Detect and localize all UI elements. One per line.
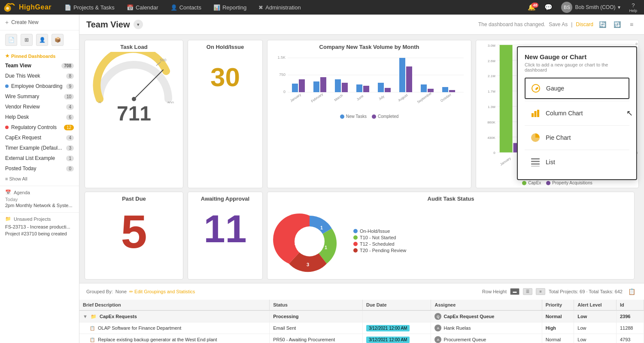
svg-rect-18 xyxy=(335,79,341,92)
sidebar-item-timer[interactable]: Timer Example (Defaul... 3 xyxy=(0,143,79,153)
popup-list-item[interactable]: List xyxy=(525,152,629,172)
regulatory-controls-count: 12 xyxy=(64,125,74,130)
group-alert: Low xyxy=(574,310,617,322)
legend-t12: T12 - Scheduled xyxy=(353,241,406,247)
logo[interactable]: HighGear xyxy=(3,1,52,13)
sidebar-item-capex[interactable]: CapEx Request 4 xyxy=(0,132,79,143)
col-status[interactable]: Status xyxy=(270,300,363,310)
sidebar-item-help-desk[interactable]: Help Desk 6 xyxy=(0,112,79,122)
create-new-label: Create New xyxy=(11,19,38,25)
row-desc: 📋 OLAP Software for Finance Department xyxy=(79,322,270,334)
discard-button[interactable]: Discard xyxy=(576,21,593,27)
audit-donut-title: Audit Task Status xyxy=(267,192,634,204)
create-new-button[interactable]: + Create New xyxy=(0,15,79,30)
new-doc-icon-btn[interactable]: 📄 xyxy=(5,34,17,46)
col-id[interactable]: Id xyxy=(616,300,644,310)
notification-bell[interactable]: 🔔 48 xyxy=(524,3,539,11)
table-row[interactable]: 📋 Replace existing backup generator at t… xyxy=(79,334,644,343)
sidebar-item-wire-summary[interactable]: Wire Summary 10 xyxy=(0,91,79,102)
sidebar-item-vendor-review[interactable]: Vendor Review 4 xyxy=(0,102,79,112)
sidebar-item-due-this-week[interactable]: Due This Week 8 xyxy=(0,71,79,81)
expand-icon[interactable]: ▼ xyxy=(83,314,88,319)
capex-legend-dot xyxy=(522,181,526,185)
refresh-1-button[interactable]: 🔄 xyxy=(597,19,608,30)
agenda-event[interactable]: 2pm Monthly Network & Syste... xyxy=(5,202,74,209)
changed-message: The dashboard has changed. xyxy=(478,21,545,27)
show-all-button[interactable]: ≡ Show All xyxy=(0,174,79,186)
task-load-value: 711 xyxy=(85,100,183,128)
svg-text:0: 0 xyxy=(636,42,638,46)
chat-icon[interactable]: 💬 xyxy=(541,3,556,11)
big-bar-legend: CapEx Property Acquisitions xyxy=(476,179,638,188)
toolbar-right: Row Height ▬ ☰ ≡ Total Projects: 69 · To… xyxy=(482,286,637,297)
projects-icon: 📄 xyxy=(64,4,71,11)
row-assignee-icon: A xyxy=(434,325,441,331)
grouped-by-value: None xyxy=(115,289,127,294)
task-icon: 📋 xyxy=(90,337,95,342)
col-priority[interactable]: Priority xyxy=(542,300,574,310)
title-dropdown-button[interactable]: ▾ xyxy=(134,20,143,29)
svg-text:July: July xyxy=(378,94,385,101)
main-content: Team View ▾ The dashboard has changed. S… xyxy=(79,15,644,343)
sidebar-item-posted-today[interactable]: Posted Today 0 xyxy=(0,163,79,174)
row-height-tall-btn[interactable]: ≡ xyxy=(536,288,545,295)
svg-rect-22 xyxy=(378,83,384,92)
sidebar-item-team-view[interactable]: Team View 708 xyxy=(0,60,79,71)
row-id: 4793 xyxy=(616,334,644,343)
row-height-medium-btn[interactable]: ☰ xyxy=(523,288,532,295)
unsaved-title: 📁 Unsaved Projects xyxy=(5,216,74,222)
new-tasks-legend-label: New Tasks xyxy=(346,114,367,119)
nav-administration[interactable]: ✖ Administration xyxy=(252,0,307,15)
export-button[interactable]: 📋 xyxy=(626,286,637,297)
row-height-label: Row Height xyxy=(482,289,507,294)
svg-rect-27 xyxy=(428,89,434,92)
data-table: Brief Description Status Due Date Assign… xyxy=(79,300,644,343)
awaiting-title: Awaiting Approval xyxy=(197,192,254,204)
vendor-review-count: 4 xyxy=(66,104,74,110)
nav-reporting[interactable]: 📊 Reporting xyxy=(207,0,252,15)
nav-contacts[interactable]: 👤 Contacts xyxy=(164,0,207,15)
team-view-count: 708 xyxy=(61,63,74,69)
svg-text:860K: 860K xyxy=(487,120,495,124)
help-button[interactable]: ? Help xyxy=(626,2,641,13)
col-assignee[interactable]: Assignee xyxy=(431,300,542,310)
svg-text:September: September xyxy=(416,91,432,104)
person-icon-btn[interactable]: 👤 xyxy=(36,34,48,46)
menu-lines-button[interactable]: ≡ xyxy=(626,19,637,30)
table-group-row[interactable]: ▼ 📁 CapEx Requests Processing QCapEx Req… xyxy=(79,310,644,322)
new-tasks-legend-dot xyxy=(340,114,344,119)
box-icon-btn[interactable]: 📦 xyxy=(52,34,64,46)
col-alert[interactable]: Alert Level xyxy=(574,300,617,310)
popup-pie-chart-item[interactable]: Pie Chart xyxy=(525,127,629,148)
save-as-link[interactable]: Save As xyxy=(549,21,568,27)
popup-column-chart-item[interactable]: Column Chart xyxy=(525,103,629,123)
row-height-compact-btn[interactable]: ▬ xyxy=(510,288,519,295)
col-due-date[interactable]: Due Date xyxy=(362,300,431,310)
table-header: Brief Description Status Due Date Assign… xyxy=(79,300,644,310)
svg-rect-20 xyxy=(356,84,362,92)
sidebar-item-external-list[interactable]: External List Example 1 xyxy=(0,153,79,163)
new-gauge-popup[interactable]: New Gauge or Chart Click to add a new ga… xyxy=(517,46,637,180)
col-brief-desc[interactable]: Brief Description xyxy=(79,300,270,310)
popup-gauge-item[interactable]: Gauge ↖ xyxy=(525,78,629,99)
group-status: Processing xyxy=(270,310,363,322)
group-id: 2396 xyxy=(616,310,644,322)
capex-label: CapEx Request xyxy=(5,135,41,141)
sidebar-item-employee-onboarding[interactable]: Employee Onboarding 9 xyxy=(0,81,79,91)
bar-chart-container: 1.5K 750 0 xyxy=(267,52,471,112)
nav-projects-tasks[interactable]: 📄 Projects & Tasks xyxy=(58,0,121,15)
agenda-icon: 📅 xyxy=(5,190,11,195)
grid-icon-btn[interactable]: ⊞ xyxy=(21,34,33,46)
awaiting-card: Awaiting Approval 11 xyxy=(188,192,263,280)
page-title-area: Team View ▾ xyxy=(86,20,143,30)
app-body: + Create New 📄 ⊞ 👤 📦 ★ Pinned Dashboards… xyxy=(0,15,644,343)
table-row[interactable]: 📋 OLAP Software for Finance Department E… xyxy=(79,322,644,334)
sidebar-item-regulatory-controls[interactable]: Regulatory Controls 12 xyxy=(0,122,79,132)
user-menu[interactable]: BS Bob Smith (COO) ▾ xyxy=(558,2,624,13)
property-legend-dot xyxy=(546,181,550,185)
edit-groupings-link[interactable]: ✏ Edit Groupings and Statistics xyxy=(129,289,195,295)
nav-calendar[interactable]: 📅 Calendar xyxy=(121,0,164,15)
refresh-2-button[interactable]: 🔃 xyxy=(611,19,623,30)
unsaved-item-1[interactable]: FS-23713 - Increase producti... xyxy=(5,223,74,230)
unsaved-item-2[interactable]: Project #23710 being created xyxy=(5,230,74,237)
